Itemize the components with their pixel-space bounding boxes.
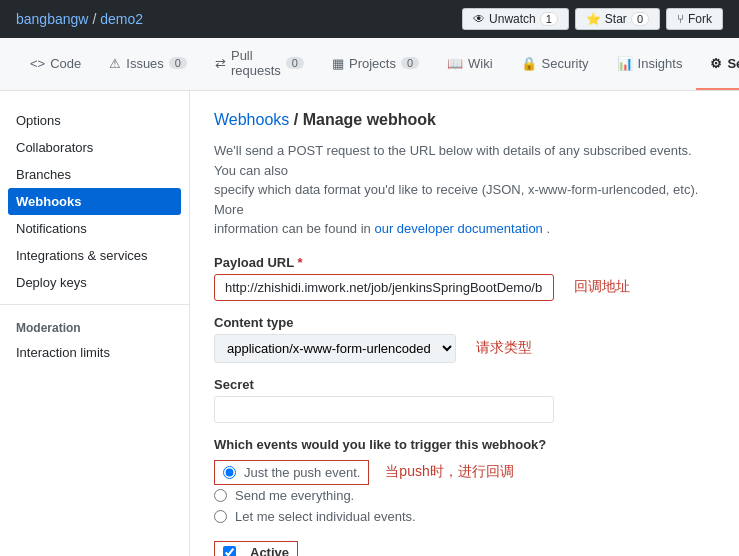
sidebar: Options Collaborators Branches Webhooks … [0,91,190,556]
fork-icon: ⑂ [677,12,684,26]
wiki-icon: 📖 [447,56,463,71]
callback-annotation: 回调地址 [574,278,630,296]
content-type-group: Content type application/x-www-form-urle… [214,315,715,363]
tab-wiki[interactable]: 📖 Wiki [433,38,507,90]
tab-insights[interactable]: 📊 Insights [603,38,697,90]
active-section: Active We will deliver event details whe… [214,541,715,557]
header: bangbangw / demo2 👁 Unwatch 1 ⭐ Star 0 ⑂… [0,0,739,38]
required-marker: * [298,255,303,270]
moderation-header: Moderation [0,313,189,339]
individual-event-option: Let me select individual events. [214,506,715,527]
insights-icon: 📊 [617,56,633,71]
push-annotation: 当push时，进行回调 [385,463,513,481]
tab-issues[interactable]: ⚠ Issues 0 [95,38,201,90]
repo-path: bangbangw / demo2 [16,11,143,27]
owner-link[interactable]: bangbangw [16,11,88,27]
webhook-description: We'll send a POST request to the URL bel… [214,141,715,239]
sidebar-item-deploy-keys[interactable]: Deploy keys [0,269,189,296]
active-label: Active [250,545,289,557]
breadcrumb-current: Manage webhook [303,111,436,128]
watch-button[interactable]: 👁 Unwatch 1 [462,8,569,30]
tab-settings[interactable]: ⚙ Settings [696,38,739,90]
settings-icon: ⚙ [710,56,722,71]
content-type-label: Content type [214,315,715,330]
star-count: 0 [631,12,649,26]
header-actions: 👁 Unwatch 1 ⭐ Star 0 ⑂ Fork [462,8,723,30]
secret-label: Secret [214,377,715,392]
tab-pull-requests[interactable]: ⇄ Pull requests 0 [201,38,318,90]
sidebar-item-options[interactable]: Options [0,107,189,134]
separator: / [92,11,96,27]
push-event-radio[interactable] [223,466,236,479]
sidebar-item-interaction-limits[interactable]: Interaction limits [0,339,189,366]
content-type-annotation: 请求类型 [476,339,532,357]
sidebar-item-branches[interactable]: Branches [0,161,189,188]
watch-label: Unwatch [489,12,536,26]
sidebar-divider [0,304,189,305]
secret-group: Secret [214,377,715,423]
tab-projects[interactable]: ▦ Projects 0 [318,38,433,90]
sidebar-item-collaborators[interactable]: Collaborators [0,134,189,161]
events-title: Which events would you like to trigger t… [214,437,715,452]
everything-event-option: Send me everything. [214,485,715,506]
breadcrumb-parent[interactable]: Webhooks [214,111,289,128]
individual-event-radio[interactable] [214,510,227,523]
sidebar-item-integrations[interactable]: Integrations & services [0,242,189,269]
everything-event-radio[interactable] [214,489,227,502]
fork-label: Fork [688,12,712,26]
payload-url-label: Payload URL * [214,255,715,270]
fork-button[interactable]: ⑂ Fork [666,8,723,30]
breadcrumb-separator: / [294,111,303,128]
secret-input[interactable] [214,396,554,423]
push-event-label: Just the push event. [244,465,360,480]
developer-doc-link[interactable]: our developer documentation [374,221,542,236]
page-layout: Options Collaborators Branches Webhooks … [0,91,739,556]
security-icon: 🔒 [521,56,537,71]
sidebar-item-webhooks[interactable]: Webhooks [8,188,181,215]
code-icon: <> [30,56,45,71]
watch-count: 1 [540,12,558,26]
events-section: Which events would you like to trigger t… [214,437,715,527]
issues-icon: ⚠ [109,56,121,71]
content-type-select[interactable]: application/x-www-form-urlencoded [214,334,456,363]
eye-icon: 👁 [473,12,485,26]
main-content: Webhooks / Manage webhook We'll send a P… [190,91,739,556]
pr-icon: ⇄ [215,56,226,71]
nav-tabs: <> Code ⚠ Issues 0 ⇄ Pull requests 0 ▦ P… [0,38,739,91]
repo-link[interactable]: demo2 [100,11,143,27]
payload-url-group: Payload URL * 回调地址 [214,255,715,301]
star-label: Star [605,12,627,26]
active-checkbox[interactable] [223,546,236,557]
projects-icon: ▦ [332,56,344,71]
tab-security[interactable]: 🔒 Security [507,38,603,90]
active-checkbox-container: Active [214,541,298,557]
sidebar-item-notifications[interactable]: Notifications [0,215,189,242]
breadcrumb: Webhooks / Manage webhook [214,111,715,129]
push-event-option: Just the push event. [214,460,369,485]
payload-url-input[interactable] [214,274,554,301]
star-button[interactable]: ⭐ Star 0 [575,8,660,30]
tab-code[interactable]: <> Code [16,38,95,90]
individual-event-label: Let me select individual events. [235,509,416,524]
star-icon: ⭐ [586,12,601,26]
everything-event-label: Send me everything. [235,488,354,503]
